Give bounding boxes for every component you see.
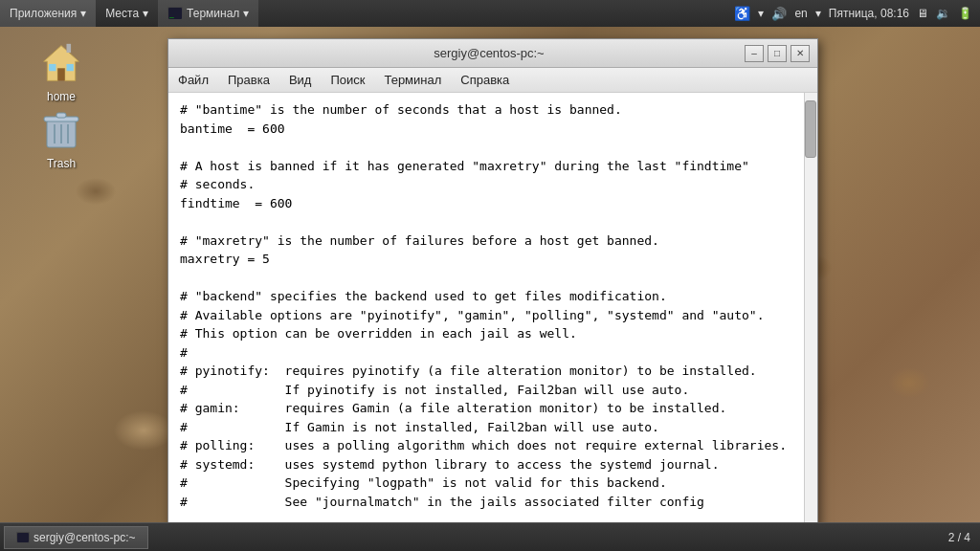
taskbar-window-label: sergiy@centos-pc:~ [33,531,136,544]
separator1: ▾ [758,7,764,20]
battery-icon: 🔋 [958,7,972,20]
menu-file[interactable]: Файл [168,68,218,93]
home-icon-label: home [47,90,76,103]
menu-help-label: Справка [460,73,509,87]
apps-label: Приложения [10,7,77,20]
screen-icon: 🖥 [917,7,928,20]
title-bar: sergiy@centos-pc:~ – □ ✕ [168,39,817,68]
desktop-icon-trash[interactable]: Trash [23,103,100,174]
top-menu-terminal[interactable]: _ Терминал ▾ [158,0,258,27]
svg-rect-4 [57,69,64,81]
menu-search[interactable]: Поиск [321,68,374,93]
pager-label: 2 / 4 [948,531,970,544]
home-icon [40,42,82,84]
window-title: sergiy@centos-pc:~ [234,46,745,60]
taskbar-window-item[interactable]: sergiy@centos-pc:~ [4,526,148,549]
menu-edit-label: Правка [228,73,270,87]
home-icon-image [38,40,84,86]
svg-rect-6 [67,64,74,71]
menu-edit[interactable]: Правка [218,68,279,93]
svg-rect-7 [67,44,72,53]
top-bar-left: Приложения ▾ Места ▾ _ Терминал ▾ [0,0,258,27]
accessibility-icon: ♿ [734,6,750,21]
lang-arrow: ▾ [815,7,821,20]
menu-terminal-label: Терминал [384,73,441,87]
taskbar-pager[interactable]: 2 / 4 [948,531,980,544]
terminal-text: # "bantime" is the number of seconds tha… [168,93,817,518]
menu-file-label: Файл [178,73,209,87]
terminal-icon: _ [167,7,183,20]
taskbar: sergiy@centos-pc:~ 2 / 4 [0,522,980,551]
menu-terminal[interactable]: Терминал [374,68,451,93]
places-label: Места [105,7,139,20]
apps-arrow: ▾ [80,7,86,20]
svg-rect-15 [17,533,29,542]
top-bar: Приложения ▾ Места ▾ _ Терминал ▾ ♿ ▾ [0,0,980,27]
datetime-label: Пятница, 08:16 [829,7,909,20]
menu-help[interactable]: Справка [451,68,519,93]
top-menu-apps[interactable]: Приложения ▾ [0,0,96,27]
desktop-icon-home[interactable]: home [23,36,100,107]
terminal-arrow: ▾ [243,7,249,20]
trash-icon-image [38,107,84,153]
volume-icon: 🔊 [771,7,787,21]
scrollbar[interactable] [804,93,817,525]
taskbar-terminal-icon [16,532,30,543]
sound-icon: 🔉 [936,7,950,20]
svg-rect-10 [56,113,66,118]
svg-rect-5 [49,64,56,71]
terminal-menu-bar: Файл Правка Вид Поиск Терминал Справка [168,68,817,93]
minimize-button[interactable]: – [745,45,764,62]
window-controls: – □ ✕ [745,45,810,62]
lang-label[interactable]: en [794,7,807,20]
maximize-button[interactable]: □ [768,45,787,62]
menu-view[interactable]: Вид [279,68,322,93]
places-arrow: ▾ [143,7,148,20]
terminal-window: sergiy@centos-pc:~ – □ ✕ Файл Правка Вид… [167,38,818,526]
desktop: Приложения ▾ Места ▾ _ Терминал ▾ ♿ ▾ [0,0,980,551]
menu-view-label: Вид [289,73,312,87]
terminal-content[interactable]: # "bantime" is the number of seconds tha… [168,93,817,525]
top-bar-right: ♿ ▾ 🔊 en ▾ Пятница, 08:16 🖥 🔉 🔋 [734,6,980,21]
taskbar-left: sergiy@centos-pc:~ [0,526,148,549]
menu-search-label: Поиск [330,73,365,87]
svg-text:_: _ [169,10,174,18]
terminal-label: Терминал [187,7,239,20]
close-button[interactable]: ✕ [791,45,810,62]
trash-icon [42,109,80,151]
top-menu-places[interactable]: Места ▾ [96,0,158,27]
scrollbar-thumb[interactable] [805,100,816,158]
trash-icon-label: Trash [47,157,76,170]
